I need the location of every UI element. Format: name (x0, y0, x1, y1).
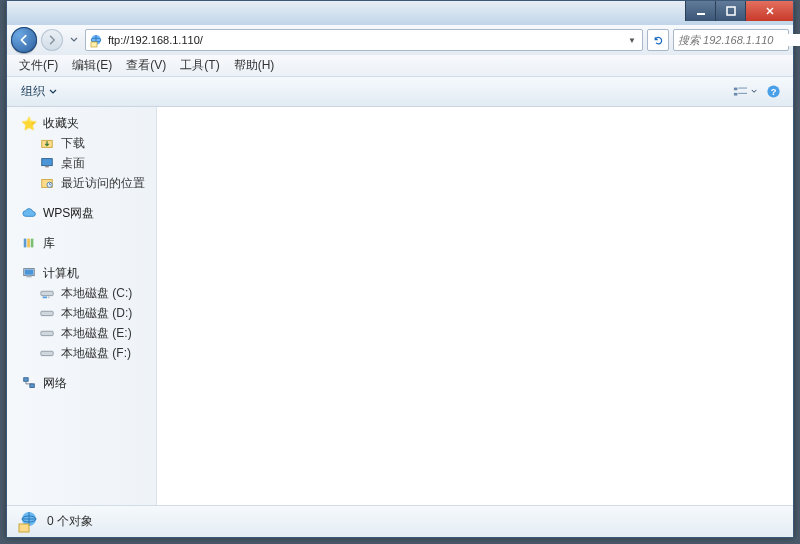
svg-rect-31 (30, 384, 34, 388)
sidebar-item-label: 桌面 (61, 155, 85, 172)
sidebar-item-label: 最近访问的位置 (61, 175, 145, 192)
status-text: 0 个对象 (47, 513, 93, 530)
address-input[interactable] (108, 34, 620, 46)
sidebar-label: 网络 (43, 375, 67, 392)
sidebar-item-label: 本地磁盘 (F:) (61, 345, 131, 362)
sidebar-label: WPS网盘 (43, 205, 94, 222)
sidebar-item-desktop[interactable]: 桌面 (7, 153, 156, 173)
svg-rect-15 (45, 166, 49, 168)
star-icon: ⭐ (21, 115, 37, 131)
sidebar-item-label: 本地磁盘 (D:) (61, 305, 132, 322)
svg-rect-9 (734, 92, 738, 95)
nav-history-dropdown[interactable] (67, 29, 81, 51)
menu-edit[interactable]: 编辑(E) (66, 55, 118, 76)
search-input[interactable] (678, 34, 800, 46)
svg-rect-1 (727, 7, 735, 15)
sidebar-item-label: 本地磁盘 (E:) (61, 325, 132, 342)
sidebar-item-downloads[interactable]: 下载 (7, 133, 156, 153)
forward-button[interactable] (41, 29, 63, 51)
svg-rect-25 (43, 297, 47, 299)
svg-rect-22 (25, 270, 34, 275)
cloud-icon (21, 205, 37, 221)
body: ⭐收藏夹 下载 桌面 最近访问的位置 WPS网盘 库 计算机 本地磁盘 (C:)… (7, 107, 793, 505)
sidebar-computer[interactable]: 计算机 (7, 263, 156, 283)
refresh-button[interactable] (647, 29, 669, 51)
recent-icon (39, 175, 55, 191)
sidebar-item-drive-e[interactable]: 本地磁盘 (E:) (7, 323, 156, 343)
view-options-button[interactable] (733, 81, 757, 103)
ftp-globe-icon (15, 510, 39, 534)
status-bar: 0 个对象 (7, 505, 793, 537)
network-icon (21, 375, 37, 391)
drive-icon (39, 285, 55, 301)
sidebar: ⭐收藏夹 下载 桌面 最近访问的位置 WPS网盘 库 计算机 本地磁盘 (C:)… (7, 107, 157, 505)
drive-icon (39, 345, 55, 361)
search-box[interactable]: 🔍 (673, 29, 789, 51)
svg-rect-29 (41, 351, 53, 355)
sidebar-network[interactable]: 网络 (7, 373, 156, 393)
sidebar-label: 收藏夹 (43, 115, 79, 132)
sidebar-wps[interactable]: WPS网盘 (7, 203, 156, 223)
ftp-site-icon (88, 32, 104, 48)
menu-help[interactable]: 帮助(H) (228, 55, 281, 76)
sidebar-item-recent[interactable]: 最近访问的位置 (7, 173, 156, 193)
address-bar[interactable]: ▼ (85, 29, 643, 51)
close-button[interactable] (745, 1, 793, 21)
sidebar-label: 计算机 (43, 265, 79, 282)
menu-view[interactable]: 查看(V) (120, 55, 172, 76)
svg-rect-20 (31, 239, 34, 248)
svg-rect-7 (734, 87, 738, 90)
address-dropdown[interactable]: ▼ (624, 36, 640, 45)
svg-rect-18 (24, 239, 27, 248)
svg-rect-23 (26, 276, 31, 278)
sidebar-item-label: 下载 (61, 135, 85, 152)
menu-tools[interactable]: 工具(T) (174, 55, 225, 76)
minimize-button[interactable] (685, 1, 715, 21)
organize-label: 组织 (21, 83, 45, 100)
drive-icon (39, 325, 55, 341)
sidebar-item-drive-d[interactable]: 本地磁盘 (D:) (7, 303, 156, 323)
svg-rect-6 (91, 42, 97, 47)
menu-file[interactable]: 文件(F) (13, 55, 64, 76)
help-button[interactable]: ? (761, 81, 785, 103)
libraries-icon (21, 235, 37, 251)
desktop-icon (39, 155, 55, 171)
computer-icon (21, 265, 37, 281)
sidebar-item-drive-f[interactable]: 本地磁盘 (F:) (7, 343, 156, 363)
svg-rect-30 (24, 378, 28, 382)
sidebar-libraries[interactable]: 库 (7, 233, 156, 253)
back-button[interactable] (11, 27, 37, 53)
explorer-window: ▼ 🔍 文件(F) 编辑(E) 查看(V) 工具(T) 帮助(H) 组织 ? ⭐… (6, 0, 794, 538)
download-icon (39, 135, 55, 151)
svg-rect-8 (738, 87, 747, 88)
svg-rect-24 (41, 291, 53, 295)
svg-rect-14 (42, 159, 53, 166)
sidebar-item-drive-c[interactable]: 本地磁盘 (C:) (7, 283, 156, 303)
drive-icon (39, 305, 55, 321)
svg-rect-28 (41, 331, 53, 335)
svg-text:?: ? (770, 87, 776, 97)
svg-rect-34 (19, 524, 29, 532)
nav-row: ▼ 🔍 (7, 25, 793, 55)
svg-rect-19 (27, 239, 30, 248)
sidebar-label: 库 (43, 235, 55, 252)
sidebar-item-label: 本地磁盘 (C:) (61, 285, 132, 302)
organize-button[interactable]: 组织 (15, 81, 63, 102)
svg-rect-27 (41, 311, 53, 315)
file-pane[interactable] (157, 107, 793, 505)
svg-rect-26 (48, 297, 50, 299)
toolbar: 组织 ? (7, 77, 793, 107)
sidebar-favorites[interactable]: ⭐收藏夹 (7, 113, 156, 133)
menu-bar: 文件(F) 编辑(E) 查看(V) 工具(T) 帮助(H) (7, 55, 793, 77)
maximize-button[interactable] (715, 1, 745, 21)
titlebar[interactable] (7, 1, 793, 25)
svg-rect-10 (738, 92, 747, 93)
